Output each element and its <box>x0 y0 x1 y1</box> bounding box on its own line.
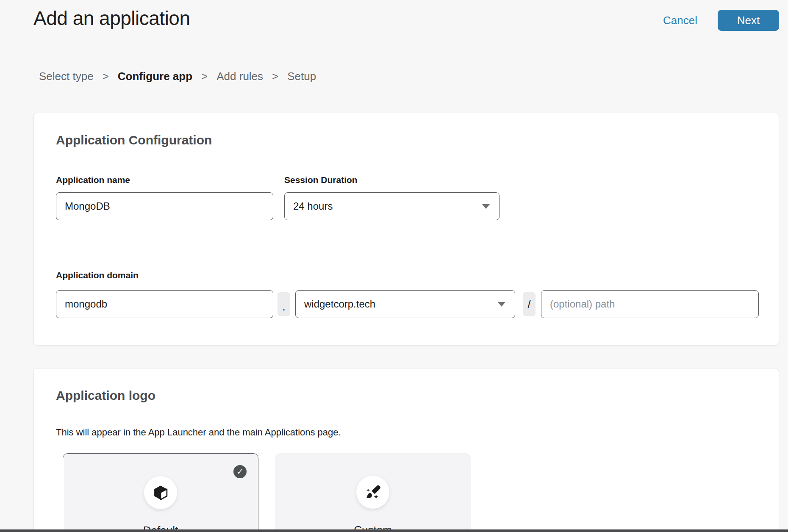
domain-dot-separator: . <box>277 292 290 316</box>
domain-value: widgetcorp.tech <box>304 298 375 310</box>
logo-option-custom[interactable]: Custom <box>275 453 471 532</box>
cube-icon <box>144 476 177 509</box>
session-duration-value: 24 hours <box>293 200 333 212</box>
chevron-down-icon <box>482 204 490 209</box>
subdomain-input[interactable] <box>56 290 273 318</box>
session-duration-label: Session Duration <box>284 175 358 185</box>
breadcrumb-configure-app[interactable]: Configure app <box>118 70 192 83</box>
configuration-card-title: Application Configuration <box>56 133 212 147</box>
logo-options: ✓ Default Custom <box>63 453 471 532</box>
header-actions: Cancel Next <box>663 10 779 31</box>
breadcrumb-separator: > <box>103 70 109 83</box>
chevron-down-icon <box>498 302 505 307</box>
check-icon: ✓ <box>233 465 247 478</box>
breadcrumb: Select type > Configure app > Add rules … <box>39 70 316 83</box>
path-input[interactable] <box>541 290 759 318</box>
paintbrush-icon <box>356 476 389 509</box>
logo-card-description: This will appear in the App Launcher and… <box>56 427 341 438</box>
breadcrumb-select-type[interactable]: Select type <box>39 70 94 83</box>
logo-card-title: Application logo <box>56 388 155 403</box>
application-configuration-card: Application Configuration Application na… <box>33 113 779 346</box>
domain-select[interactable]: widgetcorp.tech <box>295 290 515 318</box>
breadcrumb-separator: > <box>272 70 278 83</box>
domain-slash-separator: / <box>523 292 536 316</box>
breadcrumb-add-rules[interactable]: Add rules <box>216 70 263 83</box>
application-name-label: Application name <box>56 175 130 185</box>
application-logo-card: Application logo This will appear in the… <box>33 368 779 532</box>
breadcrumb-separator: > <box>201 70 208 83</box>
application-name-input[interactable] <box>56 192 273 220</box>
next-button[interactable]: Next <box>718 10 779 31</box>
cancel-button[interactable]: Cancel <box>663 14 697 27</box>
session-duration-select[interactable]: 24 hours <box>284 192 499 220</box>
logo-option-default[interactable]: ✓ Default <box>63 453 258 532</box>
breadcrumb-setup[interactable]: Setup <box>287 70 316 83</box>
window-bottom-edge <box>0 529 788 532</box>
page-title: Add an application <box>33 7 190 30</box>
application-domain-label: Application domain <box>56 270 139 280</box>
